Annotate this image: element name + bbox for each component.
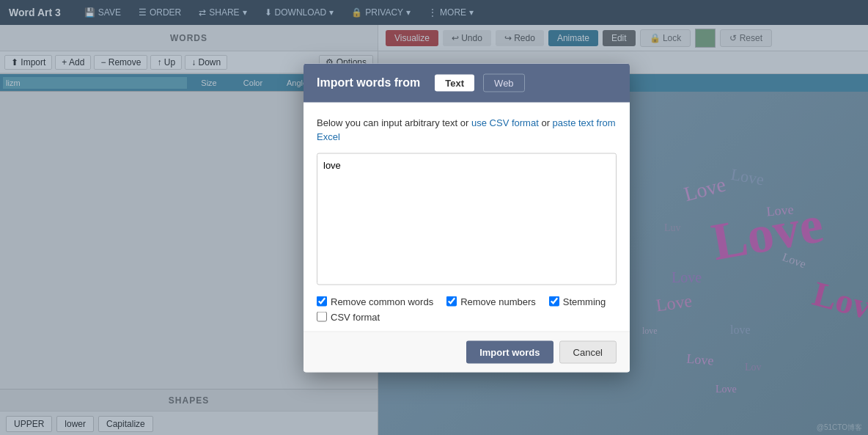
remove-numbers-input[interactable] [446,296,457,307]
import-textarea[interactable]: love [317,153,617,285]
csv-format-link[interactable]: use CSV format [471,117,539,128]
import-modal: Import words from Text Web Below you can… [304,63,630,372]
remove-common-words-input[interactable] [317,296,327,307]
tab-text-button[interactable]: Text [435,74,474,91]
tab-web-button[interactable]: Web [483,73,525,92]
csv-format-input[interactable] [317,312,327,322]
modal-description: Below you can input arbitrary text or us… [317,115,617,144]
modal-body: Below you can input arbitrary text or us… [304,102,630,331]
modal-header: Import words from Text Web [304,63,630,102]
checkbox-row-2: CSV format [317,311,617,322]
remove-common-words-checkbox[interactable]: Remove common words [317,296,433,307]
modal-title: Import words from [317,76,420,89]
import-words-button[interactable]: Import words [466,340,553,363]
cancel-button[interactable]: Cancel [559,340,617,363]
stemming-input[interactable] [549,296,559,307]
stemming-checkbox[interactable]: Stemming [549,296,606,307]
remove-numbers-checkbox[interactable]: Remove numbers [446,296,536,307]
csv-format-checkbox[interactable]: CSV format [317,311,380,322]
checkbox-row: Remove common words Remove numbers Stemm… [317,296,617,307]
modal-footer: Import words Cancel [304,331,630,372]
